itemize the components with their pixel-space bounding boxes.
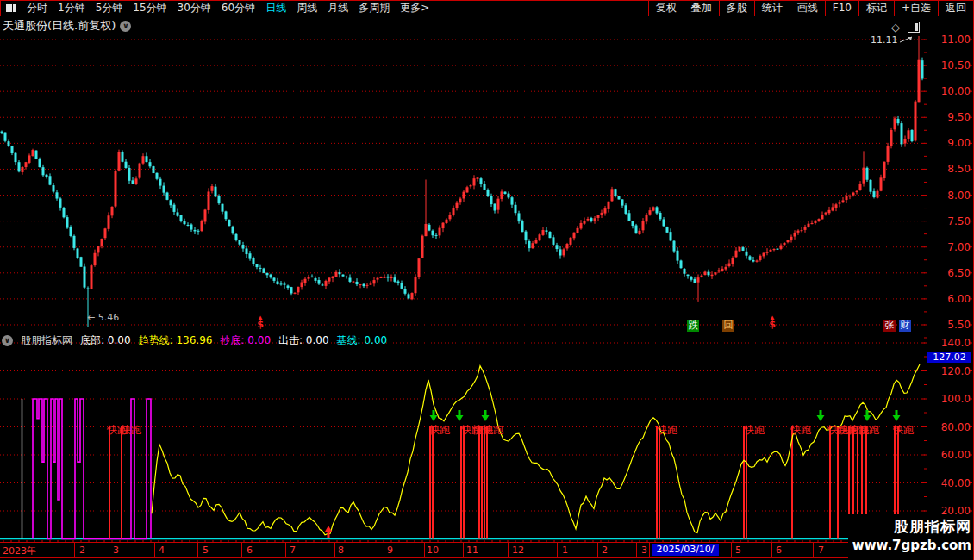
timeline-separator <box>649 543 650 557</box>
trend-line <box>152 364 920 535</box>
dollar-glyph: $ <box>767 320 777 329</box>
price-axis-label: 7.00 <box>929 241 971 253</box>
axis-divider <box>927 34 927 542</box>
timeline-separator <box>109 543 109 557</box>
timeline-label: 7 <box>818 544 824 556</box>
diamond-icon[interactable]: ◇ <box>891 22 900 33</box>
indicator-axis-label: 60.00 <box>929 449 971 461</box>
marker-tag-财: 财 <box>899 320 911 332</box>
price-axis-label: 10.50 <box>929 59 971 72</box>
price-axis-label: 11.00 <box>929 34 971 46</box>
toolbar-item-返回[interactable]: 返回 <box>938 1 973 16</box>
timeline-label: 3 <box>641 544 647 556</box>
crosshair-date-box: 2025/03/10/一 <box>652 544 719 556</box>
toolbar-item-多股[interactable]: 多股 <box>719 1 754 16</box>
sell-arrow-icon <box>433 410 435 415</box>
toolbar-item-日线[interactable]: 日线 <box>260 1 291 16</box>
timeline-label: 7 <box>290 544 296 556</box>
price-axis-label: 7.50 <box>929 215 971 227</box>
timeline-separator <box>731 543 732 557</box>
signal-label: 快跑 <box>482 424 503 436</box>
price-axis-label: 10.00 <box>929 85 971 97</box>
toolbar-item-+自选[interactable]: +自选 <box>894 1 938 16</box>
indicator-axis-label: 100.0 <box>929 393 971 405</box>
dollar-glyph: $ <box>255 320 265 329</box>
collapse-chevron-icon[interactable]: ∨ <box>2 335 13 346</box>
sell-arrow-icon <box>484 410 487 415</box>
corner-icons: ◇ <box>891 22 920 33</box>
timeline-separator <box>771 543 772 557</box>
timeline-label: 6 <box>776 544 782 556</box>
timeline-label: 4 <box>159 544 165 556</box>
toolbar-item-统计[interactable]: 统计 <box>754 1 790 16</box>
indicator-value-box: 127.02 <box>927 352 971 363</box>
high-price-annotation: 11.11 <box>871 34 898 46</box>
timeline-separator <box>813 543 814 557</box>
timeline-separator <box>74 543 75 557</box>
signal-label: 快跑 <box>120 424 141 436</box>
toolbar: 分时1分钟5分钟15分钟30分钟60分钟日线周线月线多周期更多> 复权叠加多股统… <box>0 0 974 16</box>
timeline-label: 2 <box>79 544 85 556</box>
buy-arrow-icon <box>328 532 330 538</box>
timeline-label: 3 <box>113 544 119 556</box>
magenta-pulse-line <box>33 399 151 539</box>
toolbar-item-1分钟[interactable]: 1分钟 <box>53 1 91 16</box>
toolbar-item-更多>[interactable]: 更多> <box>395 1 434 16</box>
sell-arrow-icon <box>866 410 869 415</box>
sell-arrow-icon <box>896 410 898 415</box>
toolbar-item-叠加[interactable]: 叠加 <box>684 1 719 16</box>
indicator-axis-label: 80.00 <box>929 421 971 433</box>
page-title: 天通股份(日线.前复权) <box>3 18 116 34</box>
marker-dollar-up: ▲$ <box>255 316 265 329</box>
watermark-url: www.7gpzb.com <box>848 537 971 555</box>
timeline-label: 5 <box>203 544 209 556</box>
sell-arrow-icon <box>459 410 461 415</box>
indicator-header-item: 底部: 0.00 <box>80 333 131 348</box>
toolbar-item-周线[interactable]: 周线 <box>291 1 322 16</box>
timeline-separator <box>334 543 335 557</box>
toolbar-item-月线[interactable]: 月线 <box>322 1 353 16</box>
window-panes-icon[interactable] <box>6 4 16 12</box>
timeline-label: 5 <box>735 544 741 556</box>
indicator-axis-label: 40.00 <box>929 477 971 489</box>
low-price-annotation: ← 5.46 <box>87 312 119 323</box>
toolbar-item-F10[interactable]: F10 <box>825 1 858 16</box>
price-axis-label: 5.50 <box>929 319 971 331</box>
marker-tag-跌: 跌 <box>687 320 699 332</box>
timeline-separator <box>721 543 721 557</box>
price-axis-label: 9.00 <box>929 137 971 149</box>
toolbar-item-多周期[interactable]: 多周期 <box>353 1 395 16</box>
timeline-label: 12 <box>512 544 524 556</box>
signal-label: 快跑 <box>743 424 765 436</box>
signal-label: 快跑 <box>428 424 450 436</box>
timeline-separator <box>384 543 384 557</box>
price-axis-label: 6.50 <box>929 267 971 279</box>
timeline-label: 8 <box>338 544 344 556</box>
signal-label: 快跑 <box>656 424 677 436</box>
indicator-header-item: 基线: 0.00 <box>337 333 388 348</box>
candle-and-indicator-chart: 快跑快跑快跑快跑快跑快跑快跑快跑快跑快跑快跑快跑快跑快跑 <box>0 0 974 560</box>
price-axis-label: 8.00 <box>929 190 971 202</box>
timeline-separator <box>508 543 509 557</box>
marker-tag-回: 回 <box>722 320 734 332</box>
toolbar-item-30分钟[interactable]: 30分钟 <box>172 1 216 16</box>
chevron-down-icon[interactable]: ∨ <box>120 21 131 32</box>
price-axis-label: 8.50 <box>929 163 971 175</box>
toolbar-item-60分钟[interactable]: 60分钟 <box>216 1 260 16</box>
split-panel-icon[interactable] <box>908 22 920 33</box>
toolbar-left: 分时1分钟5分钟15分钟30分钟60分钟日线周线月线多周期更多> <box>1 1 434 16</box>
marker-tag-张: 张 <box>883 320 896 332</box>
toolbar-item-标记[interactable]: 标记 <box>858 1 894 16</box>
timeline-separator <box>463 543 464 557</box>
signal-label: 快跑 <box>892 424 914 436</box>
toolbar-item-分时[interactable]: 分时 <box>22 1 53 16</box>
toolbar-item-画线[interactable]: 画线 <box>790 1 825 16</box>
timeline[interactable]: 2025/03/10/一 2023年23456789101112123567 <box>0 542 974 558</box>
indicator-header-item: 抄底: 0.00 <box>220 333 271 348</box>
toolbar-item-15分钟[interactable]: 15分钟 <box>128 1 172 16</box>
toolbar-item-复权[interactable]: 复权 <box>648 1 684 16</box>
toolbar-item-5分钟[interactable]: 5分钟 <box>91 1 128 16</box>
price-axis-label: 9.50 <box>929 111 971 123</box>
timeline-label: 11 <box>466 544 478 556</box>
indicator-header-item: 趋势线: 136.96 <box>139 333 213 348</box>
